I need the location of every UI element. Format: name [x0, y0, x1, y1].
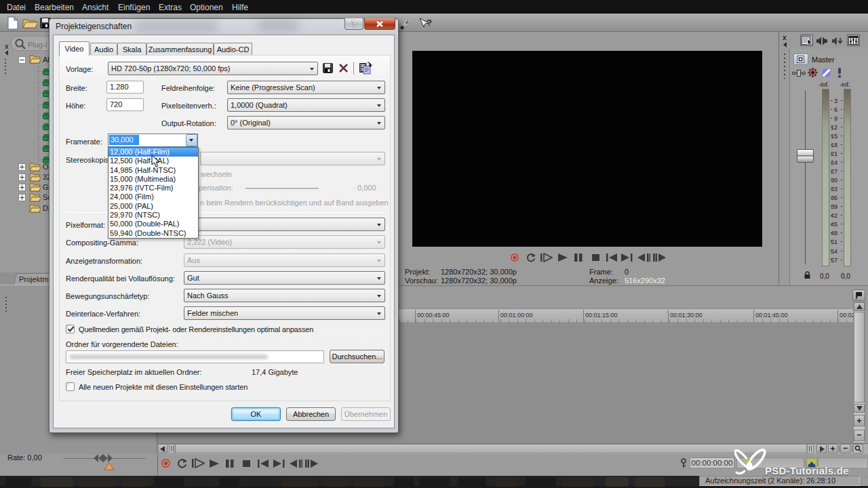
svg-text:?: ? — [427, 18, 432, 28]
